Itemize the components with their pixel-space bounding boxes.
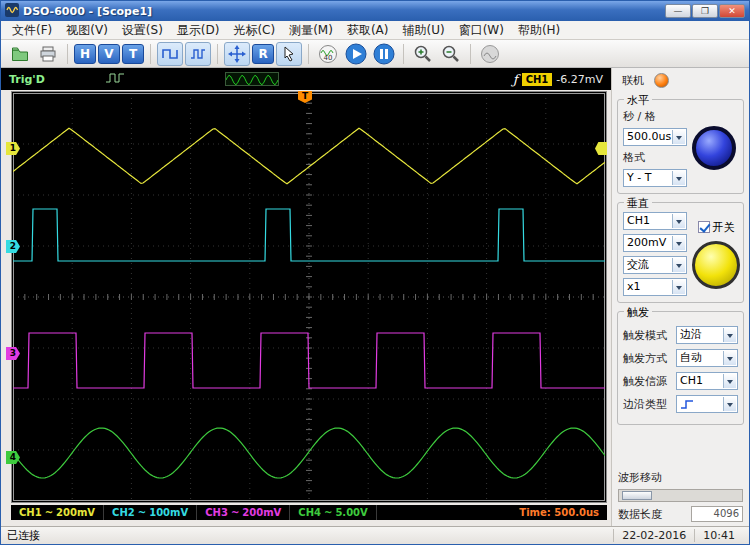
vertical-probe-select[interactable]: x1 — [623, 278, 687, 296]
vertical-title: 垂直 — [624, 196, 652, 211]
trigger-source-value: CH1 — [680, 374, 703, 387]
vertical-coupling-select[interactable]: 交流 — [623, 256, 687, 274]
channel-switch[interactable]: 开关 — [698, 220, 735, 235]
double-square-wave-icon — [189, 45, 207, 63]
connection-status: 已连接 — [7, 528, 40, 543]
timebase-label: Time: 500.0us — [519, 507, 607, 518]
switch-label: 开关 — [713, 220, 735, 235]
trigger-way-select[interactable]: 自动 — [676, 349, 738, 367]
secdiv-value: 500.0us — [627, 130, 671, 143]
toolbar-separator — [67, 44, 68, 64]
zoom-out-icon — [441, 44, 461, 64]
refresh-button[interactable]: R — [252, 44, 274, 64]
dropdown-arrow-icon — [672, 280, 685, 294]
channel3-readout: CH3~200mV — [197, 505, 290, 520]
maximize-button[interactable]: ❐ — [692, 4, 718, 18]
menu-help[interactable]: 帮助(H) — [511, 21, 567, 40]
online-label: 联机 — [622, 73, 644, 88]
pause-icon — [373, 43, 395, 65]
vertical-channel-value: CH1 — [627, 214, 650, 227]
trigger-way-label: 触发方式 — [623, 351, 667, 366]
trigger-source-select[interactable]: CH1 — [676, 372, 738, 390]
title-bar: DSO-6000 - [Scope1] — ❐ ✕ — [1, 1, 749, 21]
vertical-scale-select[interactable]: 200mV — [623, 234, 687, 252]
status-time: 10:41 — [694, 529, 743, 542]
menu-window[interactable]: 窗口(W) — [452, 21, 511, 40]
autoset-button[interactable]: 40 — [315, 42, 341, 66]
zoom-in-button[interactable] — [410, 42, 436, 66]
menu-acquire[interactable]: 获取(A) — [340, 21, 396, 40]
secdiv-label: 秒 / 格 — [623, 109, 687, 124]
menu-cursor[interactable]: 光标(C) — [226, 21, 282, 40]
scope-column: Trig'D ƒ CH1 -6.27mV 1 2 3 4 T — [1, 68, 611, 526]
stamp-button[interactable] — [477, 42, 503, 66]
vertical-coupling-value: 交流 — [627, 258, 649, 271]
scope-svg — [13, 93, 605, 501]
wave-move-title: 波形移动 — [618, 471, 662, 484]
open-button[interactable] — [7, 42, 33, 66]
vertical-knob[interactable] — [692, 241, 740, 289]
square-wave-view-button[interactable] — [157, 42, 183, 66]
square-wave-icon — [161, 45, 179, 63]
zoom-in-icon — [413, 44, 433, 64]
menu-measure[interactable]: 测量(M) — [282, 21, 340, 40]
toolbar-separator — [217, 44, 218, 64]
trigger-panel-button[interactable]: T — [122, 44, 144, 64]
trigger-channel-badge: CH1 — [522, 73, 553, 86]
cursor-arrow-icon — [280, 45, 298, 63]
trigger-mode-select[interactable]: 边沿 — [676, 326, 738, 344]
window-title: DSO-6000 - [Scope1] — [23, 5, 152, 18]
trigger-status-bar: Trig'D ƒ CH1 -6.27mV — [1, 68, 611, 90]
run-button[interactable] — [343, 42, 369, 66]
window-controls: — ❐ ✕ — [665, 4, 745, 18]
cursor-button[interactable] — [276, 42, 302, 66]
waveform-position-slider[interactable] — [618, 489, 743, 502]
slider-thumb[interactable] — [622, 491, 652, 500]
auto-waveform-icon: 40 — [318, 44, 338, 64]
vertical-panel-button[interactable]: V — [98, 44, 120, 64]
secdiv-select[interactable]: 500.0us — [623, 128, 687, 146]
edge-type-label: 边沿类型 — [623, 397, 667, 412]
format-value: Y - T — [627, 171, 651, 184]
format-select[interactable]: Y - T — [623, 169, 687, 187]
menu-display[interactable]: 显示(D) — [170, 21, 227, 40]
trigger-mode-label: 触发模式 — [623, 328, 667, 343]
print-button[interactable] — [35, 42, 61, 66]
horizontal-knob[interactable] — [692, 126, 736, 170]
toolbar-separator — [403, 44, 404, 64]
dual-wave-view-button[interactable] — [185, 42, 211, 66]
trigger-source-label: 触发信源 — [623, 374, 667, 389]
horizontal-title: 水平 — [624, 93, 652, 108]
zoom-out-button[interactable] — [438, 42, 464, 66]
pan-button[interactable] — [224, 42, 250, 66]
open-file-icon — [11, 45, 29, 63]
svg-text:40: 40 — [324, 54, 333, 62]
trigger-mode-value: 边沿 — [680, 328, 702, 341]
trigger-coupling-icon: ƒ — [513, 72, 518, 87]
trigger-way-value: 自动 — [680, 351, 702, 364]
toolbar-separator — [470, 44, 471, 64]
control-panel: 联机 水平 秒 / 格 500.0us 格式 Y - T 垂直 — [611, 68, 749, 526]
menu-utility[interactable]: 辅助(U) — [395, 21, 451, 40]
online-button[interactable] — [654, 73, 669, 88]
trigger-group: 触发 触发模式 边沿 触发方式 自动 触发信源 CH1 边沿类型 — [617, 311, 744, 425]
toolbar-separator — [150, 44, 151, 64]
status-date: 22-02-2016 — [613, 529, 694, 542]
dropdown-arrow-icon — [723, 328, 736, 342]
main-area: Trig'D ƒ CH1 -6.27mV 1 2 3 4 T — [1, 68, 749, 526]
horizontal-panel-button[interactable]: H — [74, 44, 96, 64]
minimize-button[interactable]: — — [665, 4, 691, 18]
dropdown-arrow-icon — [723, 374, 736, 388]
checkbox-checked-icon — [698, 221, 710, 233]
menu-file[interactable]: 文件(F) — [5, 21, 59, 40]
vertical-channel-select[interactable]: CH1 — [623, 212, 687, 230]
dropdown-arrow-icon — [672, 258, 685, 272]
printer-icon — [39, 45, 57, 63]
menu-view[interactable]: 视图(V) — [59, 21, 115, 40]
stop-button[interactable] — [371, 42, 397, 66]
menu-settings[interactable]: 设置(S) — [115, 21, 170, 40]
close-button[interactable]: ✕ — [719, 4, 745, 18]
rising-edge-icon — [680, 399, 694, 410]
dropdown-arrow-icon — [672, 214, 685, 228]
edge-type-select[interactable] — [676, 395, 738, 413]
